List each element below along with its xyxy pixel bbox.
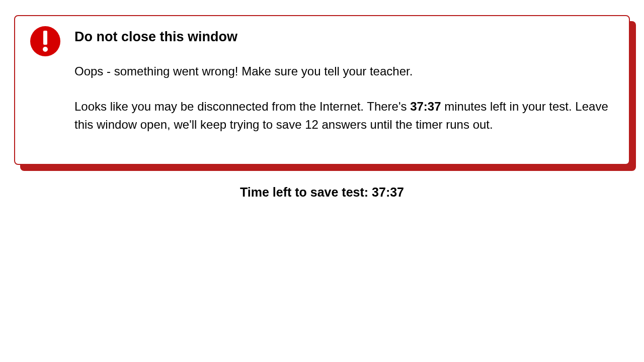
alert-content: Do not close this window Oops - somethin… — [74, 26, 614, 134]
alert-box: Do not close this window Oops - somethin… — [14, 15, 630, 165]
alert-title: Do not close this window — [74, 29, 614, 45]
timer-footer: Time left to save test: 37:37 — [14, 185, 630, 200]
alert-time-remaining: 37:37 — [410, 100, 441, 113]
exclamation-icon — [30, 26, 60, 56]
alert-details: Looks like you may be disconnected from … — [74, 98, 614, 134]
timer-footer-time: 37:37 — [372, 185, 404, 199]
timer-footer-label: Time left to save test: — [240, 185, 372, 199]
alert-message: Oops - something went wrong! Make sure y… — [74, 63, 614, 80]
svg-point-1 — [43, 47, 48, 52]
alert-details-before: Looks like you may be disconnected from … — [74, 100, 410, 113]
svg-rect-0 — [43, 31, 47, 45]
